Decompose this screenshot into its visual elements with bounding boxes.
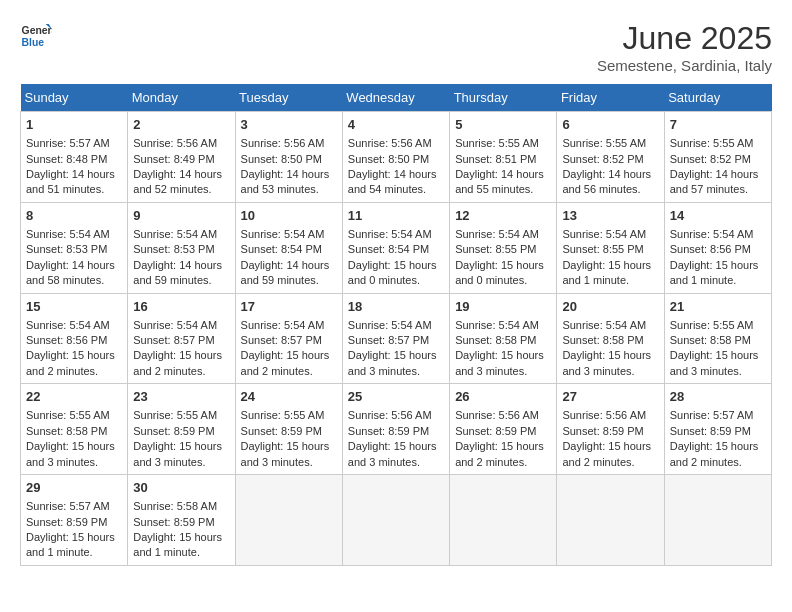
calendar-week-row: 1Sunrise: 5:57 AMSunset: 8:48 PMDaylight… <box>21 112 772 203</box>
daylight: Daylight: 15 hours and 1 minute. <box>26 531 115 558</box>
sunrise: Sunrise: 5:54 AM <box>455 228 539 240</box>
daylight: Daylight: 15 hours and 3 minutes. <box>562 349 651 376</box>
daylight: Daylight: 15 hours and 3 minutes. <box>348 440 437 467</box>
sunrise: Sunrise: 5:56 AM <box>241 137 325 149</box>
sunset: Sunset: 8:55 PM <box>562 243 643 255</box>
calendar-cell: 10Sunrise: 5:54 AMSunset: 8:54 PMDayligh… <box>235 202 342 293</box>
sunset: Sunset: 8:59 PM <box>26 516 107 528</box>
svg-text:General: General <box>22 25 52 36</box>
sunrise: Sunrise: 5:54 AM <box>133 319 217 331</box>
day-number: 18 <box>348 298 444 316</box>
calendar-cell: 16Sunrise: 5:54 AMSunset: 8:57 PMDayligh… <box>128 293 235 384</box>
daylight: Daylight: 15 hours and 0 minutes. <box>348 259 437 286</box>
sunset: Sunset: 8:59 PM <box>455 425 536 437</box>
sunrise: Sunrise: 5:55 AM <box>26 409 110 421</box>
day-number: 11 <box>348 207 444 225</box>
sunrise: Sunrise: 5:56 AM <box>133 137 217 149</box>
day-number: 12 <box>455 207 551 225</box>
sunset: Sunset: 8:58 PM <box>670 334 751 346</box>
daylight: Daylight: 15 hours and 2 minutes. <box>562 440 651 467</box>
calendar-cell: 29Sunrise: 5:57 AMSunset: 8:59 PMDayligh… <box>21 475 128 566</box>
sunrise: Sunrise: 5:56 AM <box>348 137 432 149</box>
daylight: Daylight: 15 hours and 2 minutes. <box>26 349 115 376</box>
sunset: Sunset: 8:57 PM <box>348 334 429 346</box>
calendar-table: SundayMondayTuesdayWednesdayThursdayFrid… <box>20 84 772 566</box>
calendar-cell: 12Sunrise: 5:54 AMSunset: 8:55 PMDayligh… <box>450 202 557 293</box>
daylight: Daylight: 14 hours and 57 minutes. <box>670 168 759 195</box>
logo: General Blue <box>20 20 52 52</box>
sunrise: Sunrise: 5:56 AM <box>562 409 646 421</box>
sunset: Sunset: 8:56 PM <box>670 243 751 255</box>
day-number: 10 <box>241 207 337 225</box>
day-number: 16 <box>133 298 229 316</box>
page-header: General Blue June 2025 Semestene, Sardin… <box>20 20 772 74</box>
sunset: Sunset: 8:57 PM <box>241 334 322 346</box>
day-number: 17 <box>241 298 337 316</box>
sunrise: Sunrise: 5:54 AM <box>562 319 646 331</box>
daylight: Daylight: 15 hours and 3 minutes. <box>241 440 330 467</box>
daylight: Daylight: 14 hours and 59 minutes. <box>241 259 330 286</box>
day-number: 24 <box>241 388 337 406</box>
sunrise: Sunrise: 5:54 AM <box>348 228 432 240</box>
sunrise: Sunrise: 5:55 AM <box>455 137 539 149</box>
day-number: 29 <box>26 479 122 497</box>
calendar-cell: 14Sunrise: 5:54 AMSunset: 8:56 PMDayligh… <box>664 202 771 293</box>
sunset: Sunset: 8:49 PM <box>133 153 214 165</box>
sunrise: Sunrise: 5:55 AM <box>670 137 754 149</box>
sunset: Sunset: 8:59 PM <box>133 425 214 437</box>
sunset: Sunset: 8:59 PM <box>241 425 322 437</box>
calendar-cell: 25Sunrise: 5:56 AMSunset: 8:59 PMDayligh… <box>342 384 449 475</box>
sunrise: Sunrise: 5:54 AM <box>241 319 325 331</box>
sunset: Sunset: 8:57 PM <box>133 334 214 346</box>
calendar-cell: 19Sunrise: 5:54 AMSunset: 8:58 PMDayligh… <box>450 293 557 384</box>
sunrise: Sunrise: 5:54 AM <box>26 228 110 240</box>
sunset: Sunset: 8:53 PM <box>26 243 107 255</box>
daylight: Daylight: 14 hours and 54 minutes. <box>348 168 437 195</box>
daylight: Daylight: 14 hours and 52 minutes. <box>133 168 222 195</box>
calendar-cell: 30Sunrise: 5:58 AMSunset: 8:59 PMDayligh… <box>128 475 235 566</box>
weekday-header: Friday <box>557 84 664 112</box>
sunset: Sunset: 8:53 PM <box>133 243 214 255</box>
day-number: 13 <box>562 207 658 225</box>
daylight: Daylight: 14 hours and 58 minutes. <box>26 259 115 286</box>
day-number: 22 <box>26 388 122 406</box>
calendar-cell <box>664 475 771 566</box>
calendar-cell: 22Sunrise: 5:55 AMSunset: 8:58 PMDayligh… <box>21 384 128 475</box>
sunset: Sunset: 8:54 PM <box>348 243 429 255</box>
sunset: Sunset: 8:56 PM <box>26 334 107 346</box>
calendar-cell: 23Sunrise: 5:55 AMSunset: 8:59 PMDayligh… <box>128 384 235 475</box>
sunset: Sunset: 8:51 PM <box>455 153 536 165</box>
calendar-week-row: 8Sunrise: 5:54 AMSunset: 8:53 PMDaylight… <box>21 202 772 293</box>
sunrise: Sunrise: 5:54 AM <box>348 319 432 331</box>
day-number: 15 <box>26 298 122 316</box>
sunset: Sunset: 8:59 PM <box>133 516 214 528</box>
sunrise: Sunrise: 5:54 AM <box>241 228 325 240</box>
weekday-header: Monday <box>128 84 235 112</box>
sunrise: Sunrise: 5:54 AM <box>562 228 646 240</box>
calendar-cell <box>450 475 557 566</box>
day-number: 26 <box>455 388 551 406</box>
calendar-cell: 24Sunrise: 5:55 AMSunset: 8:59 PMDayligh… <box>235 384 342 475</box>
calendar-cell: 26Sunrise: 5:56 AMSunset: 8:59 PMDayligh… <box>450 384 557 475</box>
calendar-cell: 11Sunrise: 5:54 AMSunset: 8:54 PMDayligh… <box>342 202 449 293</box>
day-number: 2 <box>133 116 229 134</box>
calendar-cell: 3Sunrise: 5:56 AMSunset: 8:50 PMDaylight… <box>235 112 342 203</box>
sunrise: Sunrise: 5:57 AM <box>26 500 110 512</box>
calendar-cell <box>557 475 664 566</box>
day-number: 9 <box>133 207 229 225</box>
calendar-cell: 4Sunrise: 5:56 AMSunset: 8:50 PMDaylight… <box>342 112 449 203</box>
sunset: Sunset: 8:48 PM <box>26 153 107 165</box>
sunset: Sunset: 8:55 PM <box>455 243 536 255</box>
calendar-cell <box>342 475 449 566</box>
daylight: Daylight: 15 hours and 3 minutes. <box>670 349 759 376</box>
day-number: 23 <box>133 388 229 406</box>
daylight: Daylight: 15 hours and 2 minutes. <box>133 349 222 376</box>
sunrise: Sunrise: 5:57 AM <box>670 409 754 421</box>
location: Semestene, Sardinia, Italy <box>597 57 772 74</box>
calendar-cell: 13Sunrise: 5:54 AMSunset: 8:55 PMDayligh… <box>557 202 664 293</box>
day-number: 7 <box>670 116 766 134</box>
month-title: June 2025 <box>597 20 772 57</box>
calendar-cell: 18Sunrise: 5:54 AMSunset: 8:57 PMDayligh… <box>342 293 449 384</box>
calendar-cell: 21Sunrise: 5:55 AMSunset: 8:58 PMDayligh… <box>664 293 771 384</box>
day-number: 3 <box>241 116 337 134</box>
